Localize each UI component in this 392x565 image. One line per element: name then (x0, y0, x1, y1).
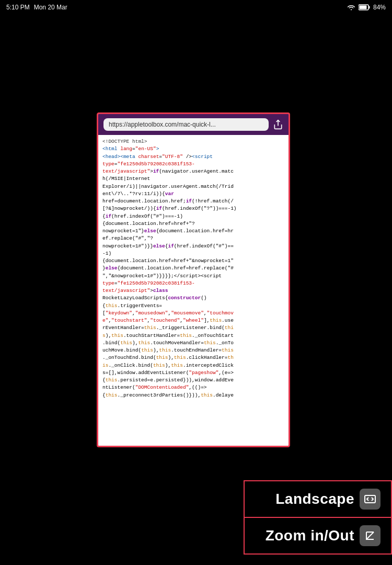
zoom-icon (360, 525, 381, 546)
svg-line-5 (366, 532, 374, 539)
landscape-button[interactable]: Landscape (244, 480, 392, 517)
svg-rect-1 (368, 6, 370, 9)
time: 5:10 PM (6, 4, 30, 11)
date: Mon 20 Mar (34, 4, 67, 11)
share-button[interactable] (273, 119, 283, 130)
wifi-icon (347, 4, 355, 10)
status-left: 5:10 PM Mon 20 Mar (6, 4, 67, 11)
status-right: 84% (347, 4, 386, 11)
battery-icon (359, 4, 370, 10)
browser-toolbar: https://appletoolbox.com/mac-quick-l... (98, 114, 289, 135)
battery-percent: 84% (373, 4, 386, 11)
svg-rect-2 (359, 6, 366, 9)
zoom-button[interactable]: Zoom in/Out (244, 517, 392, 555)
address-bar[interactable]: https://appletoolbox.com/mac-quick-l... (103, 118, 269, 131)
code-display: <!DOCTYPE html> <html lang="en-US"> <hea… (98, 135, 289, 443)
landscape-icon (360, 489, 381, 510)
browser-window: https://appletoolbox.com/mac-quick-l... … (97, 112, 290, 447)
status-bar: 5:10 PM Mon 20 Mar 84% (0, 0, 392, 15)
bottom-buttons: Landscape Zoom in/Out (244, 480, 392, 555)
